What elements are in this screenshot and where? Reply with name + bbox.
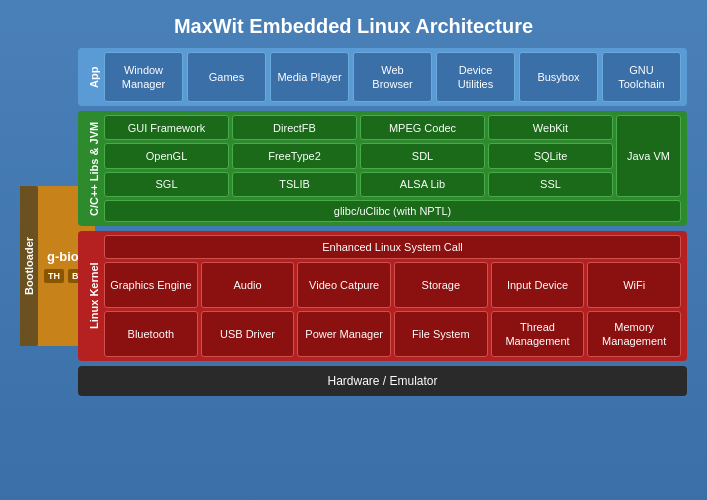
th-badge: TH bbox=[44, 269, 64, 283]
kernel-row-2: Bluetooth USB Driver Power Manager File … bbox=[104, 311, 681, 357]
lib-freetype2: FreeType2 bbox=[232, 143, 357, 168]
kernel-storage: Storage bbox=[394, 262, 488, 308]
hardware-layer: Hardware / Emulator bbox=[78, 366, 687, 396]
kernel-input: Input Device bbox=[491, 262, 585, 308]
lib-tslib: TSLIB bbox=[232, 172, 357, 197]
kernel-wifi: WiFi bbox=[587, 262, 681, 308]
kernel-power: Power Manager bbox=[297, 311, 391, 357]
page-title: MaxWit Embedded Linux Architecture bbox=[20, 10, 687, 38]
lib-directfb: DirectFB bbox=[232, 115, 357, 140]
app-item-media-player: Media Player bbox=[270, 52, 349, 102]
kernel-thread: Thread Management bbox=[491, 311, 585, 357]
lib-gui-framework: GUI Framework bbox=[104, 115, 229, 140]
libs-row-2: OpenGL FreeType2 SDL SQLite bbox=[104, 143, 613, 168]
lib-sqlite: SQLite bbox=[488, 143, 613, 168]
syscall-bar: Enhanced Linux System Call bbox=[104, 235, 681, 259]
app-item-device-utilities: Device Utilities bbox=[436, 52, 515, 102]
main-container: MaxWit Embedded Linux Architecture Bootl… bbox=[0, 0, 707, 500]
kernel-usb: USB Driver bbox=[201, 311, 295, 357]
kernel-row-1: Graphics Engine Audio Video Catpure Stor… bbox=[104, 262, 681, 308]
app-layer-label: App bbox=[84, 52, 104, 102]
kernel-layer-label: Linux Kernel bbox=[84, 235, 104, 357]
lib-javavm: Java VM bbox=[616, 115, 681, 197]
main-content: App Window Manager Games Media Player We… bbox=[78, 48, 687, 396]
lib-glibc: glibc/uClibc (with NPTL) bbox=[104, 200, 681, 222]
kernel-content: Enhanced Linux System Call Graphics Engi… bbox=[104, 235, 681, 357]
kernel-audio: Audio bbox=[201, 262, 295, 308]
kernel-memory: Memory Management bbox=[587, 311, 681, 357]
kernel-bluetooth: Bluetooth bbox=[104, 311, 198, 357]
app-item-web-browser: Web Browser bbox=[353, 52, 432, 102]
app-item-busybox: Busybox bbox=[519, 52, 598, 102]
kernel-video: Video Catpure bbox=[297, 262, 391, 308]
app-item-games: Games bbox=[187, 52, 266, 102]
app-layer: App Window Manager Games Media Player We… bbox=[78, 48, 687, 106]
bootloader-label: Bootloader bbox=[20, 186, 38, 346]
libs-layer-label: C/C++ Libs & JVM bbox=[84, 115, 104, 222]
app-item-gnu-toolchain: GNU Toolchain bbox=[602, 52, 681, 102]
bootloader-block: Bootloader g-bios TH BH bbox=[20, 186, 72, 346]
lib-ssl: SSL bbox=[488, 172, 613, 197]
kernel-layer: Linux Kernel Enhanced Linux System Call … bbox=[78, 231, 687, 361]
kernel-rows: Graphics Engine Audio Video Catpure Stor… bbox=[104, 262, 681, 357]
lib-opengl: OpenGL bbox=[104, 143, 229, 168]
lib-mpeg-codec: MPEG Codec bbox=[360, 115, 485, 140]
kernel-filesystem: File System bbox=[394, 311, 488, 357]
libs-layer: C/C++ Libs & JVM GUI Framework DirectFB … bbox=[78, 111, 687, 226]
lib-sgl: SGL bbox=[104, 172, 229, 197]
app-layer-content: Window Manager Games Media Player Web Br… bbox=[104, 52, 681, 102]
libs-row-1: GUI Framework DirectFB MPEG Codec WebKit bbox=[104, 115, 613, 140]
arch-body: Bootloader g-bios TH BH App Window Manag… bbox=[20, 48, 687, 396]
bootloader-column: Bootloader g-bios TH BH bbox=[20, 48, 72, 396]
libs-row-3: SGL TSLIB ALSA Lib SSL bbox=[104, 172, 613, 197]
lib-webkit: WebKit bbox=[488, 115, 613, 140]
lib-alsa: ALSA Lib bbox=[360, 172, 485, 197]
app-item-window-manager: Window Manager bbox=[104, 52, 183, 102]
lib-sdl: SDL bbox=[360, 143, 485, 168]
kernel-graphics: Graphics Engine bbox=[104, 262, 198, 308]
